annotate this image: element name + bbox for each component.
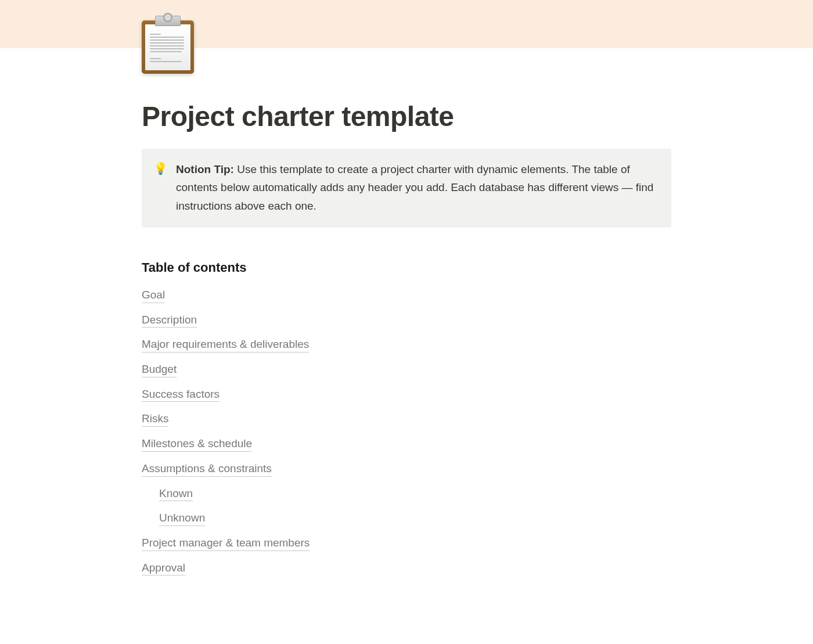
callout-text: Notion Tip: Use this template to create …: [176, 160, 659, 215]
toc-item: Success factors: [142, 387, 671, 402]
toc-sub-link[interactable]: Known: [159, 487, 193, 502]
tip-callout: 💡 Notion Tip: Use this template to creat…: [142, 149, 671, 228]
toc-heading: Table of contents: [142, 260, 671, 275]
page-title[interactable]: Project charter template: [142, 100, 671, 132]
toc-item: Major requirements & deliverables: [142, 337, 671, 352]
toc-link[interactable]: Success factors: [142, 387, 220, 402]
toc-sub-link[interactable]: Unknown: [159, 511, 205, 526]
toc-sub-item: Unknown: [159, 511, 671, 526]
toc-item: Project manager & team members: [142, 536, 671, 551]
page-content: Project charter template 💡 Notion Tip: U…: [142, 16, 671, 609]
callout-label: Notion Tip:: [176, 163, 234, 175]
callout-body: Use this template to create a project ch…: [176, 163, 653, 212]
toc-sub-item: Known: [159, 487, 671, 502]
toc-item: Assumptions & constraintsKnownUnknown: [142, 462, 671, 526]
toc-item: Description: [142, 313, 671, 328]
toc-link[interactable]: Project manager & team members: [142, 536, 310, 551]
page-icon[interactable]: [142, 16, 194, 74]
clipboard-icon: [142, 16, 194, 74]
toc-item: Risks: [142, 412, 671, 427]
toc-item: Approval: [142, 561, 671, 576]
toc-item: Milestones & schedule: [142, 437, 671, 452]
toc-item: Budget: [142, 362, 671, 377]
table-of-contents: GoalDescriptionMajor requirements & deli…: [142, 288, 671, 575]
lightbulb-icon: 💡: [153, 160, 168, 215]
toc-link[interactable]: Milestones & schedule: [142, 437, 252, 452]
toc-link[interactable]: Budget: [142, 362, 177, 377]
toc-link[interactable]: Assumptions & constraints: [142, 462, 272, 477]
toc-link[interactable]: Risks: [142, 412, 168, 427]
toc-sub-list: KnownUnknown: [142, 487, 671, 526]
toc-item: Goal: [142, 288, 671, 303]
toc-link[interactable]: Description: [142, 313, 197, 328]
toc-link[interactable]: Goal: [142, 288, 165, 303]
toc-link[interactable]: Major requirements & deliverables: [142, 337, 309, 352]
toc-link[interactable]: Approval: [142, 561, 185, 576]
